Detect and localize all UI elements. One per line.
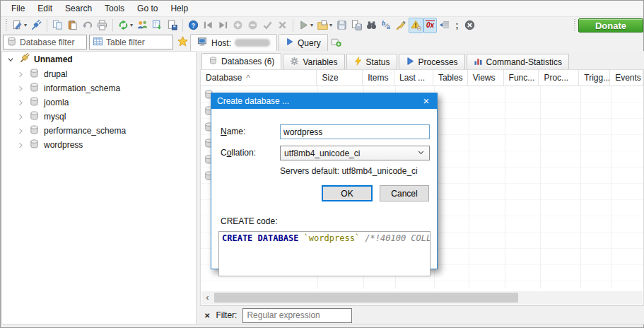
find-text-icon[interactable]	[364, 18, 379, 33]
dialog-close-icon[interactable]: ×	[416, 93, 437, 109]
blocking-warnings-icon[interactable]	[409, 18, 423, 33]
tab-query[interactable]: Query	[279, 34, 328, 51]
insert-row-icon[interactable]	[230, 18, 245, 33]
create-code-label: CREATE code:	[221, 216, 277, 226]
dropdown-arrow-icon[interactable]: ▾	[130, 22, 133, 28]
scroll-left-arrow-icon[interactable]: ‹	[201, 291, 213, 304]
copy-icon[interactable]	[50, 18, 65, 33]
tab-variables[interactable]: Variables	[283, 54, 344, 69]
column-header-proc[interactable]: Proc...	[539, 70, 579, 86]
tree-database-information_schema[interactable]: information_schema	[2, 81, 196, 95]
column-header-tables[interactable]: Tables	[433, 70, 468, 86]
session-manager-icon[interactable]: ▾	[10, 18, 29, 33]
dialog-titlebar[interactable]: Create database ... ×	[211, 93, 437, 109]
chevron-right-icon[interactable]	[16, 140, 25, 151]
post-changes-icon[interactable]	[260, 18, 275, 33]
column-header-func[interactable]: Func...	[504, 70, 539, 86]
tab-databases-6-[interactable]: Databases (6)	[201, 53, 281, 69]
main-toolbar: ▾▾?▾▾ba0x; Donate	[1, 16, 643, 33]
disconnect-icon[interactable]	[29, 18, 44, 33]
tab-status[interactable]: Status	[346, 54, 397, 69]
reformat-sql-icon[interactable]	[394, 18, 409, 33]
hex-view-icon[interactable]: 0x	[423, 18, 437, 33]
chevron-right-icon[interactable]	[16, 112, 25, 122]
replace-text-icon[interactable]: ba	[379, 18, 394, 33]
donate-grip[interactable]	[573, 19, 576, 32]
menu-item-tools[interactable]: Tools	[98, 1, 131, 16]
cancel-button[interactable]: Cancel	[380, 185, 429, 201]
tree-database-performance_schema[interactable]: performance_schema	[2, 124, 196, 138]
query-play-icon	[286, 37, 294, 48]
export-rows-icon[interactable]	[150, 18, 165, 33]
tab-label: Command-Statistics	[486, 57, 562, 67]
column-header-views[interactable]: Views	[468, 70, 504, 86]
menu-item-file[interactable]: File	[5, 1, 31, 16]
indent-icon[interactable]	[437, 18, 452, 33]
column-header-items[interactable]: Items	[363, 70, 394, 86]
undo-icon[interactable]	[80, 18, 95, 33]
insert-files-icon[interactable]	[165, 18, 180, 33]
column-header-database[interactable]: Database^	[201, 70, 317, 86]
column-header-trigg[interactable]: Trigg...	[579, 70, 610, 86]
menu-item-search[interactable]: Search	[59, 1, 98, 16]
refresh-icon[interactable]: ▾	[116, 18, 135, 33]
toolbar-grip[interactable]	[4, 19, 8, 32]
svg-text:b: b	[382, 20, 385, 27]
chevron-right-icon[interactable]	[16, 126, 25, 136]
collation-select[interactable]: utf8mb4_unicode_ci	[280, 146, 430, 160]
tree-database-mysql[interactable]: mysql	[2, 110, 196, 124]
delimiter-icon[interactable]: ;	[452, 18, 462, 33]
scrollbar-thumb[interactable]	[214, 293, 518, 303]
chevron-down-icon[interactable]	[6, 54, 15, 65]
toolbar-separator	[293, 19, 293, 32]
tab-host[interactable]: Host:	[190, 34, 277, 51]
save-sql-snippet-icon[interactable]	[349, 18, 364, 33]
grid-column-line	[611, 86, 612, 288]
dropdown-arrow-icon[interactable]: ▾	[24, 22, 27, 28]
stop-icon[interactable]	[462, 18, 477, 33]
print-icon[interactable]	[95, 18, 110, 33]
delete-row-icon[interactable]	[245, 18, 260, 33]
dropdown-arrow-icon[interactable]: ▾	[329, 22, 332, 28]
column-header-size[interactable]: Size	[317, 70, 363, 86]
menu-item-edit[interactable]: Edit	[31, 1, 59, 16]
horizontal-scrollbar[interactable]: ‹	[201, 291, 643, 304]
cancel-editing-icon[interactable]	[275, 18, 290, 33]
chevron-right-icon[interactable]	[16, 98, 25, 108]
chevron-right-icon[interactable]	[16, 83, 25, 94]
tree-database-drupal[interactable]: drupal	[2, 67, 196, 81]
column-header-last[interactable]: Last ...	[394, 70, 433, 86]
tree-database-joomla[interactable]: joomla	[2, 95, 196, 110]
database-filter-input[interactable]	[20, 37, 83, 47]
last-record-icon[interactable]	[216, 18, 230, 33]
code-keyword: CREATE DATABASE	[222, 233, 298, 243]
tree-database-wordpress[interactable]: wordpress	[2, 138, 196, 152]
server-default-note: Servers default: utf8mb4_unicode_ci	[280, 166, 418, 176]
menu-item-help[interactable]: Help	[164, 1, 194, 16]
menu-item-go-to[interactable]: Go to	[131, 1, 164, 16]
save-sql-icon[interactable]	[334, 18, 349, 33]
paste-icon[interactable]	[65, 18, 80, 33]
favorites-star-icon[interactable]	[177, 35, 188, 49]
dropdown-arrow-icon[interactable]: ▾	[310, 22, 313, 28]
ok-button[interactable]: OK	[322, 185, 373, 201]
database-name-field[interactable]	[280, 124, 430, 139]
tree-session-unnamed[interactable]: Unnamed	[2, 52, 196, 67]
chevron-right-icon[interactable]	[16, 69, 25, 80]
donate-button[interactable]: Donate	[578, 18, 643, 33]
help-icon[interactable]: ?	[186, 18, 201, 33]
database-filter-box	[3, 35, 87, 49]
grid-filter-bar: ✕ Filter:	[200, 305, 644, 324]
new-query-tab-button[interactable]	[331, 35, 341, 51]
execute-sql-icon[interactable]: ▾	[296, 18, 315, 33]
tab-command-statistics[interactable]: Command-Statistics	[467, 54, 569, 69]
regex-filter-input[interactable]	[242, 308, 352, 323]
column-header-events[interactable]: Events	[610, 70, 643, 86]
first-record-icon[interactable]	[201, 18, 216, 33]
user-manager-icon[interactable]	[135, 18, 150, 33]
create-code-box[interactable]: CREATE DATABASE `wordpress` /*!40100 COL…	[218, 231, 431, 276]
filter-close-icon[interactable]: ✕	[204, 312, 210, 320]
table-filter-input[interactable]	[106, 37, 170, 47]
load-sql-file-icon[interactable]: ▾	[315, 18, 334, 33]
tab-processes[interactable]: Processes	[399, 54, 465, 69]
